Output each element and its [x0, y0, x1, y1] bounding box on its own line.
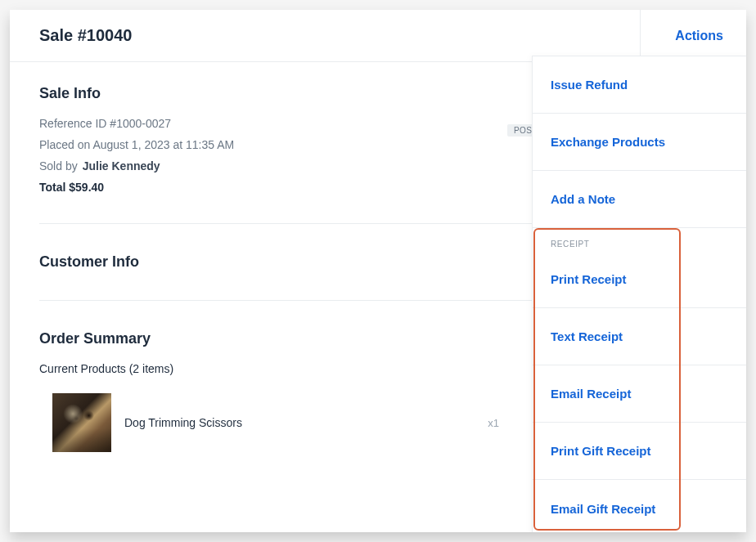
action-add-note[interactable]: Add a Note: [533, 171, 746, 228]
action-issue-refund[interactable]: Issue Refund: [533, 56, 746, 114]
divider: [39, 300, 532, 301]
receipt-section-header: RECEIPT: [533, 228, 746, 251]
page-header: Sale #10040 Actions: [10, 10, 746, 62]
product-name: Dog Trimming Scissors: [124, 416, 488, 429]
product-image: [52, 393, 111, 452]
divider: [39, 223, 532, 224]
sold-by-name: Julie Kennedy: [83, 159, 160, 172]
action-email-receipt[interactable]: Email Receipt: [533, 365, 746, 423]
action-exchange-products[interactable]: Exchange Products: [533, 114, 746, 171]
actions-button[interactable]: Actions: [675, 29, 738, 43]
actions-dropdown: Issue Refund Exchange Products Add a Not…: [532, 56, 746, 532]
action-print-receipt[interactable]: Print Receipt: [533, 251, 746, 308]
action-text-receipt[interactable]: Text Receipt: [533, 308, 746, 365]
product-row[interactable]: Dog Trimming Scissors x1: [39, 393, 506, 452]
product-qty: x1: [488, 417, 506, 429]
actions-button-wrap: Actions: [640, 10, 746, 62]
action-print-gift-receipt[interactable]: Print Gift Receipt: [533, 423, 746, 480]
action-email-gift-receipt[interactable]: Email Gift Receipt: [533, 480, 746, 532]
sold-by-label: Sold by: [39, 159, 78, 172]
sale-detail-page: Sale #10040 Actions Sale Info Reference …: [10, 10, 746, 532]
page-title: Sale #10040: [39, 26, 132, 45]
